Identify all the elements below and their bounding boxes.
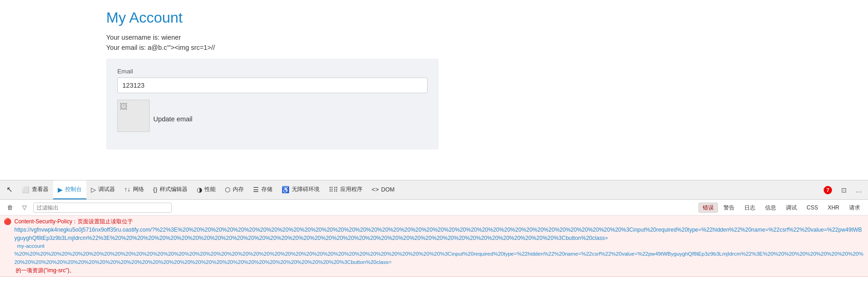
csp-error-row: 🔴 Content-Security-Policy：页面设置阻止读取位于 htt… [0,215,868,277]
error-circle-icon: 🔴 [4,218,12,225]
main-content: My Account Your username is: wiener Your… [0,0,868,180]
tab-console-label: 控制台 [65,185,82,193]
filter-xhr-button[interactable]: XHR [824,203,844,213]
memory-icon: ⬡ [225,186,230,193]
tab-dom-label: DOM [381,186,395,193]
tab-performance-label: 性能 [205,185,216,193]
console-filter-buttons: 错误 警告 日志 信息 调试 CSS XHR 请求 [699,203,864,213]
devtools-tab-cursor[interactable]: ↖ [2,180,17,199]
username-line: Your username is: wiener [106,34,854,41]
page-title: My Account [106,9,854,26]
error-suffix: 的一项资源("img-src")。 [14,266,75,275]
email-line: Your email is: a@b.c'"><img src=1>// [106,44,854,51]
style-icon: {} [153,186,157,193]
filter-toggle-button[interactable]: ▽ [18,202,30,214]
update-row: 🖼 Update email [117,100,428,138]
network-icon: ↑↓ [124,186,131,193]
filter-input-wrapper [33,203,172,213]
dom-icon: <> [372,186,379,193]
broken-image-icon: 🖼 [120,102,128,112]
error-count-badge: 7 [824,186,832,194]
accessibility-icon: ♿ [282,186,289,193]
error-source-link[interactable]: my-account [17,242,45,250]
tab-network-label: 网络 [133,185,144,193]
tab-dom[interactable]: <> DOM [367,180,399,199]
devtools-toolbar: ↖ ⬜ 查看器 ▶ 控制台 ▷ 调试器 ↑↓ 网络 {} 样式编辑器 ◑ 性能 … [0,180,868,200]
inspector-icon: ⬜ [22,186,30,193]
error-badge-container: 7 [824,186,833,194]
tab-debugger-label: 调试器 [98,185,115,193]
tab-application[interactable]: ⠿⠿ 应用程序 [324,180,367,199]
devtools-panel: ↖ ⬜ 查看器 ▶ 控制台 ▷ 调试器 ↑↓ 网络 {} 样式编辑器 ◑ 性能 … [0,180,868,277]
filter-input[interactable] [36,204,169,211]
csp-error-url-line2[interactable]: %20%20%20%20%20%20%20%20%20%20%20%20%20%… [14,250,864,266]
error-prefix: Content-Security-Policy：页面设置阻止读取位于 [14,217,135,226]
console-toolbar: 🗑 ▽ 错误 警告 日志 信息 调试 CSS XHR 请求 [0,200,868,215]
devtools-right-icons: 7 ⊡ … [824,183,866,197]
email-form-container: Email 🖼 Update email [106,59,439,149]
responsive-design-button[interactable]: ⊡ [837,183,851,197]
tab-accessibility-label: 无障碍环境 [292,185,319,193]
csp-error-url[interactable]: https://vgfnvwpk4negku5o0j5716nx9off35ru… [14,226,864,242]
tab-style-editor-label: 样式编辑器 [160,185,187,193]
more-options-button[interactable]: … [851,183,866,197]
filter-logs-button[interactable]: 日志 [740,203,760,213]
performance-icon: ◑ [197,186,202,193]
tab-performance[interactable]: ◑ 性能 [192,180,220,199]
filter-requests-button[interactable]: 请求 [845,203,864,213]
error-first-line: Content-Security-Policy：页面设置阻止读取位于 https… [14,217,864,250]
console-log-area: 🔴 Content-Security-Policy：页面设置阻止读取位于 htt… [0,215,868,277]
email-label: Email [117,68,428,75]
update-email-label: Update email [153,115,193,123]
application-icon: ⠿⠿ [329,186,338,193]
filter-info-button[interactable]: 信息 [761,203,780,213]
tab-storage-label: 存储 [261,185,272,193]
tab-network[interactable]: ↑↓ 网络 [120,180,149,199]
tab-accessibility[interactable]: ♿ 无障碍环境 [277,180,324,199]
console-icon: ▶ [58,186,63,193]
filter-debug-button[interactable]: 调试 [782,203,801,213]
email-input[interactable] [117,78,428,93]
filter-warnings-button[interactable]: 警告 [719,203,739,213]
tab-console[interactable]: ▶ 控制台 [53,180,86,199]
tab-storage[interactable]: ☰ 存储 [248,180,277,199]
tab-style-editor[interactable]: {} 样式编辑器 [149,180,192,199]
debugger-icon: ▷ [91,186,96,193]
tab-inspector-label: 查看器 [32,185,48,193]
error-content: Content-Security-Policy：页面设置阻止读取位于 https… [14,217,864,275]
storage-icon: ☰ [253,186,259,193]
filter-css-button[interactable]: CSS [802,203,822,213]
error-second-line: %20%20%20%20%20%20%20%20%20%20%20%20%20%… [14,250,864,275]
cursor-icon: ↖ [6,185,12,194]
clear-console-button[interactable]: 🗑 [4,202,16,214]
tab-application-label: 应用程序 [340,185,362,193]
tab-debugger[interactable]: ▷ 调试器 [86,180,120,199]
tab-memory[interactable]: ⬡ 内存 [220,180,248,199]
tab-memory-label: 内存 [233,185,244,193]
tab-inspector[interactable]: ⬜ 查看器 [17,180,53,199]
broken-image: 🖼 [117,100,150,132]
filter-errors-button[interactable]: 错误 [699,203,718,213]
